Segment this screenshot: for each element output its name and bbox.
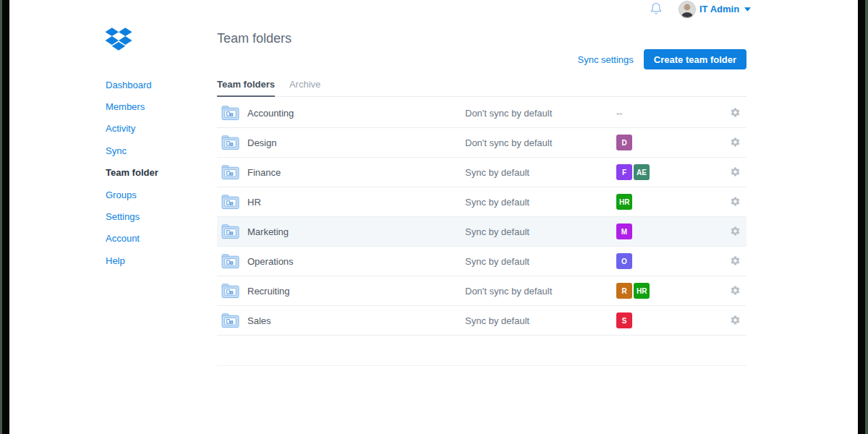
sidebar-item-label: Groups xyxy=(106,190,137,200)
group-badge: S xyxy=(616,312,632,328)
sync-settings-link[interactable]: Sync settings xyxy=(578,54,634,65)
sync-status: Don't sync by default xyxy=(465,108,552,119)
notifications-bell-button[interactable] xyxy=(649,1,663,16)
group-badge: HR xyxy=(616,194,632,210)
avatar[interactable] xyxy=(678,1,696,18)
team-folder-icon xyxy=(221,164,239,180)
sidebar-item-sync[interactable]: Sync xyxy=(106,140,207,161)
sidebar-item-label: Settings xyxy=(106,211,140,222)
group-badges: D xyxy=(616,135,632,150)
letterbox-edge-right xyxy=(865,0,868,434)
sidebar-item-activity[interactable]: Activity xyxy=(106,118,207,140)
bottom-divider xyxy=(217,365,746,366)
sync-status: Don't sync by default xyxy=(465,137,552,148)
sidebar-item-members[interactable]: Members xyxy=(106,95,207,117)
folder-name: Marketing xyxy=(247,226,289,237)
sidebar-item-label: Members xyxy=(106,101,145,112)
folder-name: Design xyxy=(247,137,276,148)
folder-name: HR xyxy=(247,197,261,208)
team-folder-icon xyxy=(221,283,239,299)
caret-down-icon xyxy=(744,7,751,12)
sidebar-item-groups[interactable]: Groups xyxy=(106,184,207,205)
sync-status: Don't sync by default xyxy=(465,286,552,297)
sidebar-item-label: Account xyxy=(106,233,140,244)
dropbox-logo-icon[interactable] xyxy=(105,26,132,52)
group-badges: FAE xyxy=(616,164,650,180)
tab-bar: Team folders Archive xyxy=(217,77,746,97)
tab-team-folders[interactable]: Team folders xyxy=(217,77,275,97)
sidebar-item-settings[interactable]: Settings xyxy=(106,205,207,227)
group-badges: RHR xyxy=(616,283,650,299)
table-row[interactable]: Accounting Don't sync by default -- xyxy=(217,98,746,128)
sidebar-item-account[interactable]: Account xyxy=(106,228,207,250)
sidebar-item-help[interactable]: Help xyxy=(106,250,207,271)
group-badge: HR xyxy=(634,283,650,299)
gear-icon[interactable] xyxy=(730,166,741,177)
table-row[interactable]: Operations Sync by default O xyxy=(217,247,746,276)
header-actions: Sync settings Create team folder xyxy=(578,49,746,69)
letterbox-bar-right xyxy=(858,0,865,434)
table-row[interactable]: HR Sync by default HR xyxy=(217,187,746,217)
folder-name: Accounting xyxy=(247,108,294,119)
group-badge: AE xyxy=(634,164,650,180)
tab-archive[interactable]: Archive xyxy=(289,77,320,96)
letterbox-bar-left xyxy=(2,0,9,434)
user-menu[interactable]: IT Admin xyxy=(699,4,751,14)
team-folder-icon xyxy=(221,224,239,239)
bell-icon xyxy=(649,7,663,18)
gear-icon[interactable] xyxy=(730,226,741,237)
group-badge: R xyxy=(616,283,632,299)
gear-icon[interactable] xyxy=(730,255,741,266)
sync-status: Sync by default xyxy=(465,256,529,267)
group-badge: D xyxy=(616,135,632,150)
gear-icon[interactable] xyxy=(730,137,741,148)
sidebar-item-label: Help xyxy=(106,255,125,266)
sidebar-item-label: Sync xyxy=(106,145,127,156)
table-row[interactable]: Recruiting Don't sync by default RHR xyxy=(217,276,746,306)
team-folder-icon xyxy=(221,194,239,210)
gear-icon[interactable] xyxy=(730,107,741,118)
admin-console-screen: IT Admin Dashboard Members Activity Sync… xyxy=(0,0,868,434)
gear-icon[interactable] xyxy=(730,196,741,207)
folder-name: Operations xyxy=(247,256,294,267)
gear-icon[interactable] xyxy=(730,285,741,296)
create-team-folder-button[interactable]: Create team folder xyxy=(644,49,746,69)
sidebar-item-label: Activity xyxy=(106,123,135,134)
gear-icon[interactable] xyxy=(730,315,741,326)
group-badge: O xyxy=(616,253,632,269)
table-row[interactable]: Marketing Sync by default M xyxy=(217,217,746,247)
group-badge: M xyxy=(616,224,632,239)
group-badges: S xyxy=(616,312,632,328)
table-row[interactable]: Design Don't sync by default D xyxy=(217,128,746,158)
sidebar-item-dashboard[interactable]: Dashboard xyxy=(106,74,207,95)
team-folder-icon xyxy=(221,312,239,328)
folder-name: Recruiting xyxy=(247,286,290,297)
sidebar-item-team-folder[interactable]: Team folder xyxy=(106,162,207,184)
group-badge: F xyxy=(616,164,632,180)
folder-name: Finance xyxy=(247,167,281,178)
user-name: IT Admin xyxy=(699,4,739,14)
group-badges: HR xyxy=(616,194,632,210)
sidebar-item-label: Dashboard xyxy=(106,80,152,90)
sync-status: Sync by default xyxy=(465,315,529,326)
team-folders-table: Accounting Don't sync by default -- Des xyxy=(217,98,746,336)
group-badges: M xyxy=(616,224,632,239)
sidebar-item-label: Team folder xyxy=(106,167,158,178)
folder-name: Sales xyxy=(247,315,271,326)
sync-status: Sync by default xyxy=(465,226,529,237)
group-badges: O xyxy=(616,253,632,269)
group-badges: -- xyxy=(616,108,623,119)
sync-status: Sync by default xyxy=(465,197,529,208)
team-folder-icon xyxy=(221,105,239,121)
team-folder-icon xyxy=(221,253,239,269)
no-groups-placeholder: -- xyxy=(616,108,623,119)
table-row[interactable]: Finance Sync by default FAE xyxy=(217,158,746,187)
table-row[interactable]: Sales Sync by default S xyxy=(217,306,746,336)
sync-status: Sync by default xyxy=(465,167,529,178)
sidebar-nav: Dashboard Members Activity Sync Team fol… xyxy=(106,74,207,272)
team-folder-icon xyxy=(221,135,239,150)
page-title: Team folders xyxy=(217,31,292,46)
